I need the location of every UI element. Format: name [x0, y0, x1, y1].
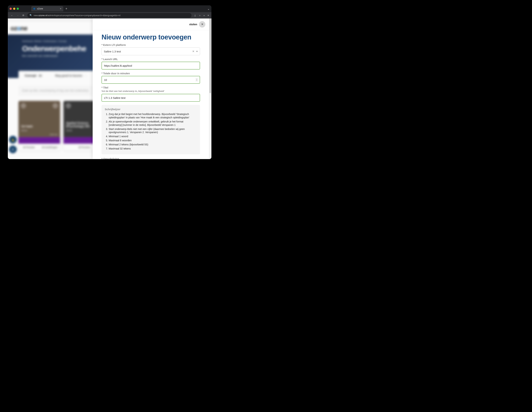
guide-item: Minimaal 1 woord [109, 135, 197, 138]
url-text: new.ozone.nl/admin/topics/concept/new?so… [34, 14, 120, 17]
duration-input[interactable] [104, 78, 198, 81]
page-viewport: ◂ Momenteel ozone Dashboard Dashboard / … [8, 19, 211, 159]
duration-field[interactable]: ▲ ▼ [102, 76, 200, 84]
launch-url-field[interactable] [102, 62, 200, 69]
close-tab-icon[interactable]: ✕ [60, 8, 62, 10]
browser-toolbar: ← → ⟳ 🔍 new.ozone.nl/admin/topics/concep… [8, 12, 211, 19]
toolbar-right: ⭳ ⟐ » ≡ [194, 14, 209, 17]
browser-tab[interactable]: oZone ✕ [31, 6, 63, 11]
menu-icon[interactable]: ≡ [208, 14, 209, 17]
platform-value: Saltire 1.3 test [104, 50, 121, 53]
browser-window: oZone ✕ + ⌄ ← → ⟳ 🔍 new.ozone.nl/admin/t… [8, 5, 211, 159]
platform-label: * Extern LTI platform [102, 44, 200, 47]
guide-item: Zorg dat je titel begint met het hoofdon… [109, 112, 197, 119]
window-close-icon[interactable] [10, 8, 12, 10]
launch-url-input[interactable] [104, 64, 198, 67]
search-icon: 🔍 [29, 14, 32, 17]
writing-guide-box: Schrijfwijzer Zorg dat je titel begint m… [102, 105, 200, 154]
guide-item: Minimaal 2 tekens (bijvoorbeeld 5S) [109, 143, 197, 146]
tab-title: oZone [37, 8, 43, 10]
close-icon: ✕ [201, 23, 203, 26]
panel-body: Nieuw onderwerp toevoegen * Extern LTI p… [93, 30, 209, 159]
launch-label: * Launch URL [102, 58, 200, 61]
platform-select[interactable]: Saltire 1.3 test ✕ ▾ [102, 47, 200, 55]
title-field[interactable] [102, 94, 200, 102]
new-tab-button[interactable]: + [66, 7, 67, 11]
guide-item: Maximaal 6 woorden [109, 139, 197, 142]
extensions-icon[interactable]: ⟐ [199, 14, 200, 17]
tab-strip: oZone ✕ + ⌄ [8, 5, 211, 12]
window-zoom-icon[interactable] [17, 8, 19, 10]
step-down-icon[interactable]: ▼ [196, 80, 198, 81]
url-bar[interactable]: 🔍 new.ozone.nl/admin/topics/concept/new?… [27, 13, 191, 18]
title-input[interactable] [104, 96, 198, 99]
forward-button[interactable]: → [16, 14, 19, 17]
scrollbar-thumb[interactable] [209, 19, 211, 93]
page-scrollbar[interactable] [209, 19, 211, 159]
close-label: sluiten [189, 23, 197, 26]
overflow-icon[interactable]: » [203, 14, 205, 17]
window-minimize-icon[interactable] [13, 8, 15, 10]
title-help: Vul de titel van het onderwerp in, bijvo… [102, 90, 200, 93]
panel-header: sluiten ✕ [93, 19, 209, 30]
writing-guide-list: Zorg dat je titel begint met het hoofdon… [105, 112, 197, 150]
clear-icon[interactable]: ✕ [192, 50, 195, 53]
reload-button[interactable]: ⟳ [22, 14, 25, 17]
window-controls [10, 8, 19, 10]
description-label: * Omschrijving [102, 158, 200, 159]
guide-item: Maximaal 32 tekens [109, 147, 197, 150]
quantity-stepper[interactable]: ▲ ▼ [195, 78, 198, 81]
tabs-overflow-icon[interactable]: ⌄ [207, 7, 210, 10]
title-label: * Titel [102, 86, 200, 89]
duration-label: * Totale duur in minuten [102, 72, 200, 75]
favicon-icon [33, 8, 36, 10]
downloads-icon[interactable]: ⭳ [194, 14, 196, 17]
panel-title: Nieuw onderwerp toevoegen [102, 33, 200, 41]
close-button[interactable]: ✕ [199, 21, 205, 28]
chevron-down-icon[interactable]: ▾ [196, 50, 198, 53]
guide-item: Start onderwerp-titels niet met een cijf… [109, 127, 197, 134]
writing-guide-heading: Schrijfwijzer [105, 108, 197, 111]
guide-item: Als je opeenvolgende onderwerpen ontwikk… [109, 120, 197, 127]
new-topic-panel: sluiten ✕ Nieuw onderwerp toevoegen * Ex… [93, 19, 209, 159]
back-button[interactable]: ← [10, 14, 13, 17]
